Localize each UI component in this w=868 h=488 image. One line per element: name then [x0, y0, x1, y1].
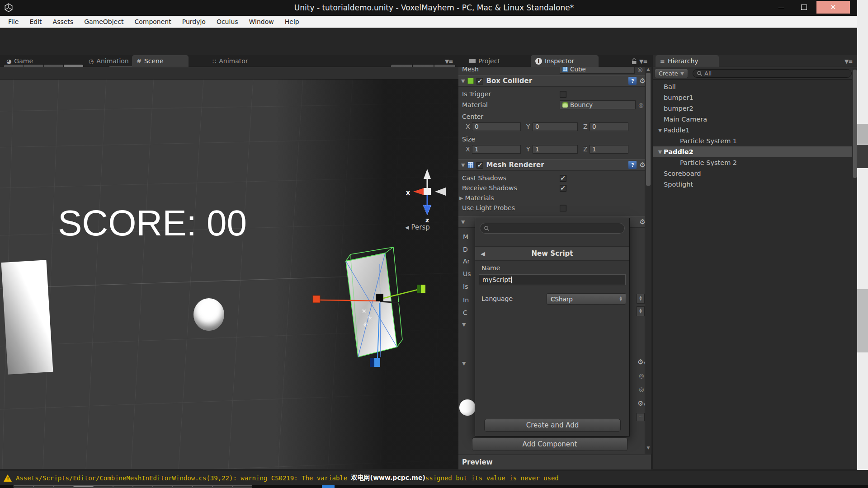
- status-bar[interactable]: Assets/Scripts/Editor/CombineMeshInEdito…: [0, 470, 868, 485]
- hierarchy-item-ball[interactable]: Ball: [653, 81, 863, 92]
- cast-shadows-checkbox[interactable]: [560, 175, 566, 182]
- perspective-label[interactable]: ◀ Persp: [405, 223, 430, 231]
- gizmo-center-cube[interactable]: [424, 188, 431, 195]
- add-component-button[interactable]: Add Component: [472, 437, 627, 451]
- foldout-icon[interactable]: ▼: [656, 149, 664, 155]
- minimize-button[interactable]: —: [771, 1, 791, 14]
- z-axis-handle-cube[interactable]: [370, 358, 380, 367]
- pane-menu-icon[interactable]: ▼≡: [445, 58, 453, 65]
- maximize-button[interactable]: [794, 1, 814, 14]
- center-handle-cube[interactable]: [376, 294, 383, 301]
- y-axis-handle-cube[interactable]: [417, 285, 425, 293]
- object-picker-icon[interactable]: ◎: [639, 372, 644, 379]
- menu-edit[interactable]: Edit: [24, 18, 47, 25]
- lock-icon[interactable]: [631, 58, 637, 65]
- menu-component[interactable]: Component: [129, 18, 176, 25]
- scrollbar-thumb[interactable]: [646, 73, 651, 186]
- create-button[interactable]: Create ▼: [655, 69, 688, 78]
- materials-row[interactable]: ▶ Materials: [458, 193, 645, 202]
- use-light-probes-checkbox[interactable]: [560, 205, 566, 211]
- help-icon[interactable]: ?: [628, 161, 637, 169]
- tab-animation[interactable]: ◷ Animation: [84, 55, 133, 67]
- tab-scene[interactable]: # Scene: [132, 55, 189, 67]
- gizmo-x-arrow[interactable]: [413, 188, 424, 195]
- menu-help[interactable]: Help: [279, 18, 305, 25]
- mesh-renderer-header[interactable]: ▼ Mesh Renderer ? ⚙▼: [458, 159, 651, 171]
- menu-purdyjo[interactable]: Purdyjo: [177, 18, 211, 25]
- orientation-gizmo[interactable]: x z: [398, 165, 457, 224]
- box-collider-header[interactable]: ▼ Box Collider ? ⚙▼: [458, 75, 651, 87]
- hierarchy-item-paddle2[interactable]: ▼Paddle2: [653, 146, 857, 157]
- component-search-input[interactable]: [480, 223, 625, 234]
- tab-game[interactable]: ◕ Game: [2, 55, 38, 67]
- foldout-icon[interactable]: ▼: [461, 162, 465, 168]
- foldout-icon[interactable]: ▼: [462, 322, 466, 328]
- tab-inspector[interactable]: i Inspector: [531, 55, 599, 67]
- component-enabled-checkbox[interactable]: [476, 162, 483, 169]
- hierarchy-item-bumper1[interactable]: bumper1: [653, 92, 863, 103]
- object-picker-icon[interactable]: ◎: [639, 386, 644, 393]
- object-picker-icon[interactable]: ◎: [638, 102, 643, 108]
- pane-menu-icon[interactable]: ▼≡: [639, 58, 647, 65]
- scroll-down-icon[interactable]: ▼: [645, 446, 651, 450]
- center-z-field[interactable]: 0: [590, 122, 628, 131]
- console-warning-text: Assets/Scripts/Editor/CombineMeshInEdito…: [16, 474, 351, 482]
- hierarchy-item-particle-system-2[interactable]: Particle System 2: [653, 157, 868, 168]
- preview-bar[interactable]: Preview: [458, 455, 651, 469]
- is-trigger-checkbox[interactable]: [560, 91, 566, 98]
- menu-oculus[interactable]: Oculus: [211, 18, 244, 25]
- tab-project[interactable]: Project: [465, 55, 505, 67]
- hierarchy-item-bumper2[interactable]: bumper2: [653, 103, 863, 114]
- scroll-up-icon[interactable]: ▲: [645, 67, 651, 71]
- hierarchy-item-paddle1[interactable]: ▼Paddle1: [653, 125, 852, 136]
- close-button[interactable]: ✕: [816, 1, 850, 14]
- menu-assets[interactable]: Assets: [47, 18, 79, 25]
- menu-gameobject[interactable]: GameObject: [79, 18, 129, 25]
- hierarchy-item-scoreboard[interactable]: Scoreboard: [653, 168, 863, 179]
- hierarchy-search-input[interactable]: All: [693, 69, 852, 78]
- obscured-stepper[interactable]: ▲▼: [637, 306, 645, 316]
- paddle2-selected-object[interactable]: [312, 244, 443, 376]
- scene-viewport[interactable]: SCORE: 00: [0, 80, 458, 469]
- paddle1-object[interactable]: [1, 260, 53, 375]
- menu-file[interactable]: File: [3, 18, 24, 25]
- back-arrow-icon[interactable]: ◀: [481, 250, 485, 257]
- foldout-icon[interactable]: ▼: [462, 361, 466, 366]
- size-z-field[interactable]: 1: [590, 145, 628, 154]
- size-x-field[interactable]: 1: [472, 145, 521, 154]
- center-y-field[interactable]: 0: [533, 122, 578, 131]
- menu-window[interactable]: Window: [244, 18, 279, 25]
- x-axis-handle-cube[interactable]: [313, 296, 320, 303]
- foldout-icon[interactable]: ▼: [461, 219, 465, 225]
- foldout-icon[interactable]: ▶: [459, 195, 463, 201]
- help-icon[interactable]: ?: [628, 77, 637, 85]
- popup-header: ◀ New Script: [475, 246, 629, 261]
- gizmo-right-arrow[interactable]: [435, 188, 446, 196]
- background-scrollbar-thumb: [857, 124, 868, 144]
- inspector-panel: Mesh Cube ◎ ▼ Box Collider ? ⚙▼ Is Trigg…: [458, 55, 651, 469]
- create-and-add-button[interactable]: Create and Add: [484, 419, 621, 432]
- language-label: Language: [481, 295, 513, 302]
- ball-object[interactable]: [193, 298, 224, 331]
- size-y-field[interactable]: 1: [533, 145, 578, 154]
- language-dropdown[interactable]: CSharp ▲▼: [547, 293, 626, 305]
- inspector-scrollbar[interactable]: ▲ ▼: [645, 67, 651, 454]
- tab-animator[interactable]: ∷ Animator: [208, 55, 253, 67]
- center-x-field[interactable]: 0: [472, 122, 521, 131]
- foldout-icon[interactable]: ▼: [461, 78, 465, 84]
- scrollbar-thumb[interactable]: [853, 70, 857, 178]
- component-enabled-checkbox[interactable]: [476, 78, 483, 84]
- search-icon: [484, 225, 490, 231]
- pane-menu-icon[interactable]: ▼≡: [844, 58, 852, 65]
- foldout-icon[interactable]: ▼: [656, 127, 664, 133]
- hierarchy-item-particle-system-1[interactable]: Particle System 1: [653, 136, 868, 146]
- obscured-stepper[interactable]: ▲▼: [637, 294, 645, 304]
- receive-shadows-checkbox[interactable]: [560, 185, 566, 192]
- hierarchy-item-main-camera[interactable]: Main Camera: [653, 114, 863, 125]
- material-field[interactable]: Bouncy: [560, 100, 636, 109]
- scene-tab-strip: ◕ Game ◷ Animation # Scene ∷ Animator ▼≡: [0, 55, 458, 67]
- hierarchy-item-spotlight[interactable]: Spotlight: [653, 179, 863, 190]
- script-name-input[interactable]: myScript: [479, 274, 626, 285]
- obscured-button[interactable]: …: [637, 413, 645, 421]
- tab-hierarchy[interactable]: ≡ Hierarchy: [656, 55, 719, 67]
